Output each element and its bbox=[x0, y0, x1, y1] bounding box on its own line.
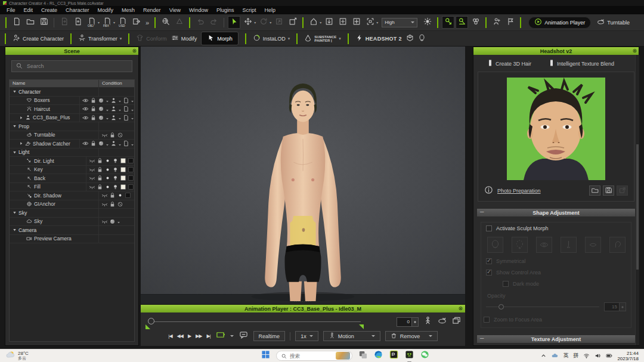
flag-button[interactable] bbox=[504, 16, 516, 29]
lips-tool[interactable] bbox=[585, 237, 601, 253]
export-button[interactable] bbox=[130, 16, 143, 29]
menu-plugins[interactable]: Plugins bbox=[212, 7, 239, 13]
caret-down-icon[interactable]: ▾ bbox=[270, 20, 271, 24]
eyeoff-icon[interactable] bbox=[89, 166, 95, 173]
export-fbx-button[interactable]: FBX bbox=[101, 16, 113, 29]
scene-row-key[interactable]: Key bbox=[10, 166, 134, 175]
ban-icon[interactable] bbox=[117, 132, 123, 138]
scene-row-gianchor[interactable]: GIAnchor bbox=[10, 200, 134, 209]
conform-button[interactable]: Conform bbox=[136, 34, 167, 43]
camera-a-button[interactable] bbox=[442, 16, 454, 29]
scene-row-prop[interactable]: Prop bbox=[10, 122, 134, 131]
caret-icon[interactable] bbox=[106, 98, 109, 105]
import-content-button[interactable] bbox=[72, 16, 84, 29]
collapse-icon[interactable]: ─ bbox=[480, 335, 484, 341]
sphere-icon[interactable] bbox=[98, 97, 104, 104]
person-icon[interactable] bbox=[110, 115, 117, 121]
pivot-tool-button[interactable] bbox=[286, 16, 299, 29]
task-view-button[interactable] bbox=[358, 351, 368, 361]
scene-search[interactable] bbox=[11, 60, 132, 72]
caret-down-icon[interactable]: ▾ bbox=[98, 20, 100, 24]
person-icon[interactable] bbox=[110, 97, 117, 104]
skip-end-button[interactable]: ▶| bbox=[206, 333, 210, 339]
undo-button[interactable] bbox=[194, 16, 206, 29]
sphere-icon[interactable] bbox=[109, 218, 116, 225]
scene-row-fill[interactable]: Fill bbox=[10, 183, 134, 192]
wechat-button[interactable] bbox=[420, 351, 430, 361]
head-tool-button[interactable] bbox=[418, 34, 426, 43]
sqw-icon[interactable] bbox=[120, 166, 126, 173]
content-box-button[interactable] bbox=[406, 34, 414, 43]
render-settings-button[interactable] bbox=[469, 16, 482, 29]
caret-icon[interactable] bbox=[131, 98, 134, 105]
quality-select[interactable]: High bbox=[382, 18, 417, 27]
page-icon[interactable] bbox=[123, 140, 129, 147]
loop-end-marker[interactable] bbox=[359, 324, 364, 329]
onedrive-icon[interactable] bbox=[552, 351, 558, 361]
create-3d-hair-button[interactable]: Create 3D Hair bbox=[488, 60, 531, 67]
taskbar-search-input[interactable] bbox=[290, 353, 333, 359]
ear-tool[interactable] bbox=[609, 237, 626, 253]
opacity-spinner[interactable] bbox=[620, 302, 626, 311]
pose-button[interactable] bbox=[490, 16, 503, 29]
eye-icon[interactable] bbox=[82, 97, 89, 104]
scene-row-preview-camera[interactable]: Preview Camera bbox=[10, 235, 134, 244]
sqb-icon[interactable] bbox=[128, 157, 134, 164]
eye-icon[interactable] bbox=[82, 140, 89, 147]
opacity-slider[interactable] bbox=[486, 304, 599, 310]
taskbar-search[interactable] bbox=[276, 351, 352, 361]
intelligent-texture-blend-button[interactable]: Intelligent Texture Blend bbox=[549, 60, 614, 67]
caret-down-icon[interactable]: ▾ bbox=[376, 20, 378, 24]
menu-modify[interactable]: Modify bbox=[94, 7, 118, 13]
column-name[interactable]: Name bbox=[10, 80, 99, 87]
fast-forward-button[interactable]: ▶▶ bbox=[196, 333, 202, 339]
activate-sculpt-morph-checkbox[interactable] bbox=[486, 225, 492, 231]
ban-icon[interactable] bbox=[117, 201, 123, 208]
sqb-icon[interactable] bbox=[128, 175, 134, 181]
dot-icon[interactable] bbox=[104, 157, 111, 164]
menu-script[interactable]: Script bbox=[239, 7, 261, 13]
dot-icon[interactable] bbox=[104, 166, 111, 173]
bulb-icon[interactable] bbox=[112, 166, 119, 173]
shape-adjustment-header[interactable]: ─Shape Adjustment bbox=[477, 209, 635, 216]
close-icon[interactable]: ⊗ bbox=[632, 48, 637, 54]
export-usd-button[interactable]: USD bbox=[116, 16, 129, 29]
scene-panel-header[interactable]: Scene⊗ bbox=[5, 47, 138, 55]
source-photo[interactable] bbox=[507, 78, 605, 180]
eyeoff-icon[interactable] bbox=[89, 184, 95, 190]
zoom-to-focus-checkbox[interactable] bbox=[484, 317, 490, 323]
collapse-icon[interactable] bbox=[13, 228, 17, 232]
save-button[interactable] bbox=[38, 16, 50, 29]
scene-row-sky[interactable]: Sky bbox=[10, 209, 134, 218]
nose-tool[interactable] bbox=[561, 237, 577, 253]
instalod-button[interactable]: InstaLOD▾ bbox=[253, 34, 290, 43]
taskbar-weather[interactable]: 28°C多云 bbox=[0, 350, 29, 361]
menu-render[interactable]: Render bbox=[139, 7, 165, 13]
open-file-button[interactable] bbox=[24, 16, 36, 29]
lock-icon[interactable] bbox=[109, 192, 116, 199]
scene-row-back[interactable]: Back bbox=[10, 174, 134, 183]
remove-button[interactable]: Remove bbox=[385, 331, 438, 341]
toolbar-overflow-button[interactable]: » bbox=[144, 19, 151, 26]
create-character-button[interactable]: Create Character bbox=[13, 34, 64, 43]
menu-edit[interactable]: Edit bbox=[20, 7, 38, 13]
move-tool-button[interactable] bbox=[242, 16, 254, 29]
eyeoff-icon[interactable] bbox=[89, 175, 95, 181]
dot-icon[interactable] bbox=[117, 192, 123, 199]
lock-icon[interactable] bbox=[97, 175, 103, 181]
pyramid-tool-button[interactable] bbox=[173, 16, 185, 29]
head-detail-tool[interactable] bbox=[512, 237, 528, 253]
page-icon[interactable] bbox=[123, 115, 129, 121]
taskbar-clock[interactable]: 21:442023/7/18 bbox=[617, 351, 639, 361]
scene-row-sky[interactable]: Sky bbox=[10, 218, 134, 227]
export-obj-button[interactable]: OBJ bbox=[85, 16, 98, 29]
save-photo-button[interactable] bbox=[603, 185, 614, 196]
lock-icon[interactable] bbox=[109, 132, 116, 138]
sqw-icon[interactable] bbox=[120, 175, 126, 181]
caret-icon[interactable] bbox=[118, 107, 122, 113]
caret-icon[interactable] bbox=[106, 141, 109, 148]
caret-icon[interactable] bbox=[106, 116, 109, 122]
collapse-icon[interactable]: ─ bbox=[480, 209, 484, 215]
close-icon[interactable]: ⊗ bbox=[132, 48, 137, 54]
lock-icon[interactable] bbox=[90, 140, 97, 147]
